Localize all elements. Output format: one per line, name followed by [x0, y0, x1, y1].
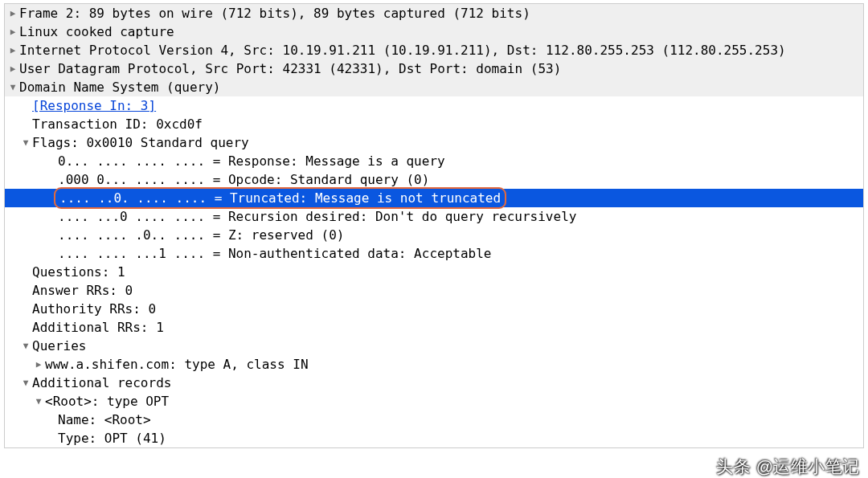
- expand-icon[interactable]: ▶: [6, 41, 19, 59]
- flag-opcode: .000 0... .... .... = Opcode: Standard q…: [58, 170, 429, 189]
- dns-additional-records-label: Additional records: [32, 374, 171, 392]
- collapse-icon[interactable]: ▼: [19, 133, 32, 152]
- linux-cooked-row[interactable]: ▶ Linux cooked capture: [5, 22, 863, 41]
- expand-icon[interactable]: ▶: [6, 22, 19, 41]
- dns-flags-row[interactable]: ▼ Flags: 0x0010 Standard query: [5, 133, 863, 152]
- dns-root-name: Name: <Root>: [58, 411, 151, 429]
- flag-response: 0... .... .... .... = Response: Message …: [58, 152, 445, 170]
- flag-rd: .... ...0 .... .... = Recursion desired:…: [58, 207, 576, 226]
- ip-header-row[interactable]: ▶ Internet Protocol Version 4, Src: 10.1…: [5, 41, 863, 59]
- dns-root-opt-row[interactable]: ▼ <Root>: type OPT: [5, 392, 863, 411]
- dns-header-row[interactable]: ▼ Domain Name System (query): [5, 78, 863, 96]
- ip-summary: Internet Protocol Version 4, Src: 10.19.…: [19, 41, 786, 59]
- flag-z-row[interactable]: .... .... .0.. .... = Z: reserved (0): [5, 226, 863, 244]
- flag-z: .... .... .0.. .... = Z: reserved (0): [58, 226, 344, 244]
- packet-tree: ▶ Frame 2: 89 bytes on wire (712 bits), …: [5, 4, 863, 447]
- dns-query-0-row[interactable]: ▶ www.a.shifen.com: type A, class IN: [5, 355, 863, 374]
- frame-header-row[interactable]: ▶ Frame 2: 89 bytes on wire (712 bits), …: [5, 4, 863, 22]
- dns-answer-rrs: Answer RRs: 0: [32, 281, 133, 300]
- flag-ad: .... .... ...1 .... = Non-authenticated …: [58, 244, 491, 263]
- dns-queries-row[interactable]: ▼ Queries: [5, 337, 863, 355]
- dns-summary: Domain Name System (query): [19, 78, 220, 96]
- linux-cooked-label: Linux cooked capture: [19, 22, 174, 41]
- dns-query-0: www.a.shifen.com: type A, class IN: [45, 355, 309, 374]
- dns-response-in-row[interactable]: [Response In: 3]: [5, 96, 863, 115]
- expand-icon[interactable]: ▶: [32, 355, 45, 374]
- dns-root-name-row[interactable]: Name: <Root>: [5, 411, 863, 429]
- dns-additional-rrs: Additional RRs: 1: [32, 318, 164, 337]
- dns-questions: Questions: 1: [32, 263, 125, 281]
- expand-icon[interactable]: ▶: [6, 4, 19, 22]
- flag-ad-row[interactable]: .... .... ...1 .... = Non-authenticated …: [5, 244, 863, 263]
- expand-icon[interactable]: ▶: [6, 59, 19, 78]
- collapse-icon[interactable]: ▼: [19, 337, 32, 355]
- dns-txid-row[interactable]: Transaction ID: 0xcd0f: [5, 115, 863, 133]
- frame-summary: Frame 2: 89 bytes on wire (712 bits), 89…: [19, 4, 530, 22]
- collapse-icon[interactable]: ▼: [19, 374, 32, 392]
- dns-additional-records-row[interactable]: ▼ Additional records: [5, 374, 863, 392]
- flag-truncated-row[interactable]: .... ..0. .... .... = Truncated: Message…: [5, 189, 863, 207]
- response-in-link[interactable]: [Response In: 3]: [32, 96, 156, 115]
- dns-questions-row[interactable]: Questions: 1: [5, 263, 863, 281]
- flag-rd-row[interactable]: .... ...0 .... .... = Recursion desired:…: [5, 207, 863, 226]
- dns-additional-rrs-row[interactable]: Additional RRs: 1: [5, 318, 863, 337]
- dns-root-type-row[interactable]: Type: OPT (41): [5, 429, 863, 447]
- udp-summary: User Datagram Protocol, Src Port: 42331 …: [19, 59, 561, 78]
- dns-authority-rrs-row[interactable]: Authority RRs: 0: [5, 300, 863, 318]
- flag-truncated: .... ..0. .... .... = Truncated: Message…: [54, 187, 506, 209]
- collapse-icon[interactable]: ▼: [32, 392, 45, 411]
- dns-flags-label: Flags: 0x0010 Standard query: [32, 133, 249, 152]
- collapse-icon[interactable]: ▼: [6, 78, 19, 96]
- udp-header-row[interactable]: ▶ User Datagram Protocol, Src Port: 4233…: [5, 59, 863, 78]
- dns-authority-rrs: Authority RRs: 0: [32, 300, 156, 318]
- dns-root-type: Type: OPT (41): [58, 429, 166, 447]
- dns-root-opt: <Root>: type OPT: [45, 392, 169, 411]
- packet-details-pane[interactable]: ▶ Frame 2: 89 bytes on wire (712 bits), …: [4, 3, 864, 448]
- flag-opcode-row[interactable]: .000 0... .... .... = Opcode: Standard q…: [5, 170, 863, 189]
- dns-queries-label: Queries: [32, 337, 86, 355]
- dns-answer-rrs-row[interactable]: Answer RRs: 0: [5, 281, 863, 300]
- watermark-text: 头条 @运维小笔记: [716, 457, 860, 476]
- flag-response-row[interactable]: 0... .... .... .... = Response: Message …: [5, 152, 863, 170]
- dns-txid: Transaction ID: 0xcd0f: [32, 115, 203, 133]
